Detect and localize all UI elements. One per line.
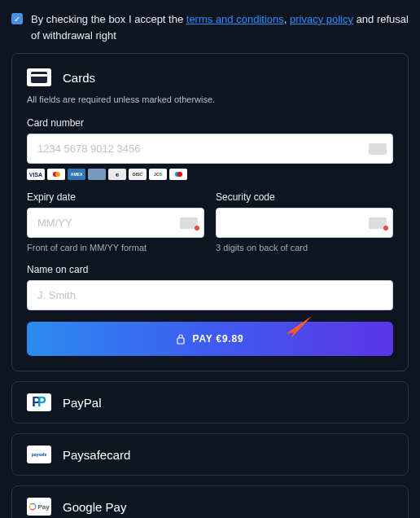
expiry-input[interactable]: [27, 208, 204, 238]
card-number-field: Card number VISA AMEX ◐ DISC JCB: [27, 117, 393, 180]
pay-button[interactable]: PAY €9.89: [27, 322, 393, 356]
card-chip-icon: [369, 143, 387, 155]
googlepay-label: Google Pay: [63, 500, 126, 514]
cards-panel: Cards All fields are required unless mar…: [11, 53, 409, 371]
name-label: Name on card: [27, 264, 393, 275]
security-helper: 3 digits on back of card: [216, 243, 393, 252]
expiry-helper: Front of card in MM/YY format: [27, 243, 204, 252]
expiry-label: Expiry date: [27, 191, 204, 203]
lock-icon: [176, 333, 186, 345]
mastercard-icon: [47, 169, 65, 180]
diners-icon: ◐: [108, 169, 126, 180]
pay-button-label: PAY €9.89: [192, 333, 243, 345]
jcb-icon: JCB: [149, 169, 167, 180]
maestro-icon: [169, 169, 187, 180]
terms-text: By checking the box I accept the terms a…: [31, 11, 409, 43]
expiry-card-icon: [180, 217, 198, 229]
cvv-card-icon: [369, 217, 387, 229]
paysafecard-label: Paysafecard: [63, 448, 130, 462]
paypal-icon: PP: [27, 393, 51, 411]
unionpay-icon: [88, 169, 106, 180]
googlepay-option[interactable]: Pay Google Pay: [11, 485, 409, 518]
paysafecard-icon: paysafe: [27, 446, 51, 463]
amex-icon: AMEX: [68, 169, 85, 180]
card-icon: [27, 68, 51, 86]
name-input[interactable]: [27, 280, 393, 310]
security-field: Security code 3 digits on back of card: [216, 191, 393, 252]
accept-terms-checkbox[interactable]: ✓: [11, 13, 23, 24]
googlepay-icon: Pay: [27, 498, 51, 516]
terms-row: ✓ By checking the box I accept the terms…: [11, 11, 409, 43]
required-note: All fields are required unless marked ot…: [27, 94, 393, 104]
expiry-field: Expiry date Front of card in MM/YY forma…: [27, 191, 204, 252]
paypal-label: PayPal: [63, 396, 102, 410]
paypal-option[interactable]: PP PayPal: [11, 381, 409, 424]
security-label: Security code: [216, 191, 393, 203]
card-number-label: Card number: [27, 117, 393, 129]
cards-title: Cards: [63, 71, 95, 85]
svg-rect-2: [177, 338, 184, 344]
svg-rect-0: [31, 72, 47, 83]
privacy-link[interactable]: privacy policy: [290, 13, 353, 25]
card-brand-icons: VISA AMEX ◐ DISC JCB: [27, 169, 393, 180]
cards-panel-header: Cards: [27, 68, 393, 86]
security-input[interactable]: [216, 208, 393, 238]
visa-icon: VISA: [27, 169, 45, 180]
discover-icon: DISC: [129, 169, 147, 180]
terms-link[interactable]: terms and conditions: [186, 13, 284, 25]
svg-rect-1: [31, 74, 47, 77]
card-number-input[interactable]: [27, 134, 393, 164]
paysafecard-option[interactable]: paysafe Paysafecard: [11, 433, 409, 476]
name-field: Name on card: [27, 264, 393, 310]
